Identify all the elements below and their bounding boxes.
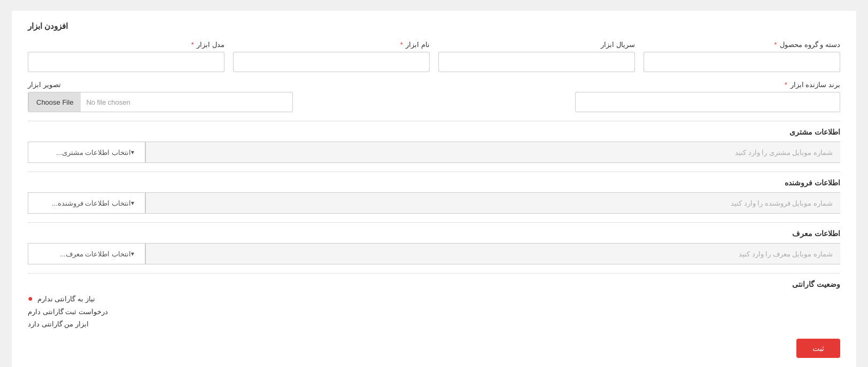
seller-info-row: ▾ انتخاب اطلاعات فروشنده... (28, 192, 840, 214)
tool-category-label: دسته و گروه محصول * (644, 41, 840, 49)
referral-phone-input[interactable] (145, 243, 840, 264)
divider-4 (28, 273, 840, 274)
page-title: افزودن ابزار (28, 21, 840, 31)
tool-brand-label: برند سازنده ابزار * (575, 81, 840, 89)
customer-phone-input[interactable] (145, 142, 840, 163)
tool-serial-label: سریال ابزار (438, 41, 635, 49)
tool-model-label: مدل ابزار * (28, 41, 224, 49)
file-input-wrapper: Choose File No file chosen (28, 92, 293, 112)
tool-category-group: دسته و گروه محصول * (644, 41, 840, 72)
warranty-option-1[interactable]: نیاز به گارانتی ندارم ● (28, 294, 95, 303)
customer-info-title: اطلاعات مشتری (28, 128, 840, 136)
customer-info-row: ▾ انتخاب اطلاعات مشتری... (28, 142, 840, 163)
warranty-option-2-label: درخواست ثبت گارانتی دارم (28, 308, 108, 316)
warranty-title: وضعیت گارانتی (28, 280, 840, 288)
no-file-text: No file chosen (81, 98, 292, 106)
seller-phone-input[interactable] (145, 192, 840, 214)
warranty-section: وضعیت گارانتی نیاز به گارانتی ندارم ● در… (28, 280, 840, 328)
tool-model-group: مدل ابزار * (28, 41, 224, 72)
warranty-option-3[interactable]: ابزار من گارانتی دارد (28, 320, 89, 328)
warranty-option-1-label: نیاز به گارانتی ندارم (37, 295, 95, 303)
tool-category-input[interactable] (644, 52, 840, 72)
customer-select[interactable]: ▾ انتخاب اطلاعات مشتری... (28, 142, 145, 163)
tool-image-group: تصویر ابزار Choose File No file chosen (28, 81, 293, 112)
tool-serial-input[interactable] (438, 52, 635, 72)
tool-image-label: تصویر ابزار (28, 81, 61, 89)
warranty-option-2[interactable]: درخواست ثبت گارانتی دارم (28, 308, 108, 316)
warranty-option-3-label: ابزار من گارانتی دارد (28, 320, 89, 328)
model-image-col: مدل ابزار * (28, 41, 224, 72)
divider-1 (28, 121, 840, 121)
submit-button[interactable]: ثبت (796, 339, 840, 358)
tool-brand-input[interactable] (575, 92, 840, 112)
tool-name-group: نام ابزار * (233, 41, 430, 72)
tool-name-input[interactable] (233, 52, 430, 72)
page-container: افزودن ابزار دسته و گروه محصول * سریال ا… (12, 11, 856, 367)
tool-model-input[interactable] (28, 52, 224, 72)
tool-name-label: نام ابزار * (233, 41, 430, 49)
referral-info-title: اطلاعات معرف (28, 229, 840, 238)
chevron-down-icon: ▾ (131, 250, 134, 257)
seller-info-title: اطلاعات فروشنده (28, 178, 840, 187)
top-form-row: دسته و گروه محصول * سریال ابزار نام ابزا… (28, 41, 840, 72)
tool-serial-group: سریال ابزار (438, 41, 635, 72)
seller-select[interactable]: ▾ انتخاب اطلاعات فروشنده... (28, 192, 145, 214)
submit-row: ثبت (28, 339, 840, 358)
radio-selected-icon: ● (28, 294, 33, 303)
chevron-down-icon: ▾ (131, 199, 134, 207)
chevron-down-icon: ▾ (131, 149, 134, 156)
brand-image-row: برند سازنده ابزار * تصویر ابزار Choose F… (28, 81, 840, 112)
divider-3 (28, 222, 840, 223)
referral-select[interactable]: ▾ انتخاب اطلاعات معرف... (28, 243, 145, 264)
referral-info-row: ▾ انتخاب اطلاعات معرف... (28, 243, 840, 264)
choose-file-button[interactable]: Choose File (28, 92, 81, 112)
warranty-radio-group: نیاز به گارانتی ندارم ● درخواست ثبت گارا… (28, 294, 840, 328)
divider-2 (28, 171, 840, 172)
tool-brand-group: برند سازنده ابزار * (575, 81, 840, 112)
